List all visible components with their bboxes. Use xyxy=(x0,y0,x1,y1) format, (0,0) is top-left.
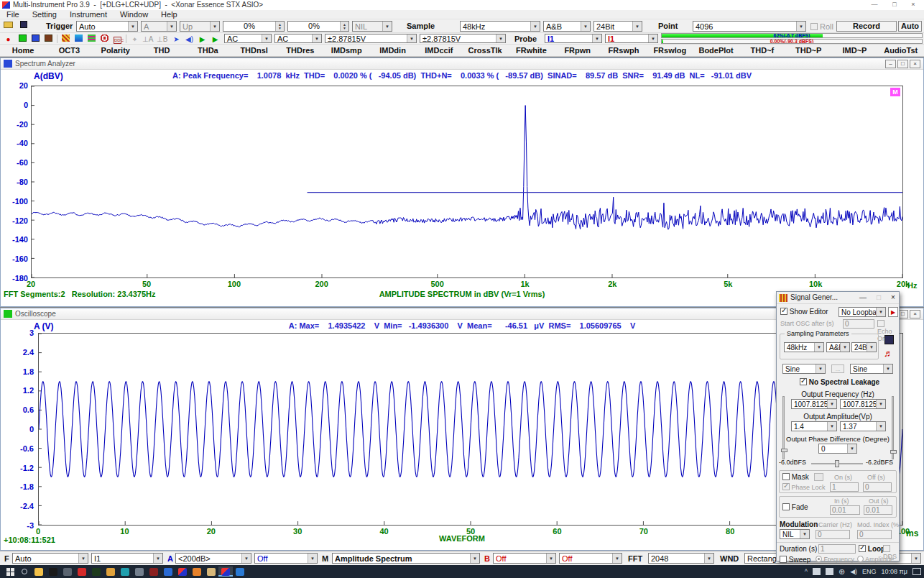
b-range-select[interactable]: Off▼ xyxy=(493,553,556,564)
menu-help[interactable]: Help xyxy=(154,10,184,19)
tab-thd-p[interactable]: THD~P xyxy=(785,45,831,56)
siggen-titlebar[interactable]: Signal Gener... — □ × xyxy=(777,292,899,304)
browser-icon[interactable] xyxy=(190,566,204,577)
tab-imdccif[interactable]: IMDccif xyxy=(416,45,462,56)
balance-slider[interactable] xyxy=(811,463,863,464)
trigger-level-spinner[interactable]: 0%▲▼ xyxy=(223,21,285,32)
tab-audiotst[interactable]: AudioTst xyxy=(878,45,924,56)
menu-setting[interactable]: Setting xyxy=(26,10,63,19)
fade-checkbox[interactable]: Fade xyxy=(782,503,808,511)
notification-center-icon[interactable] xyxy=(913,568,921,575)
run-a-icon[interactable]: ▶ xyxy=(197,35,208,44)
point-count-select[interactable]: 4096▼ xyxy=(693,21,806,32)
wave-b-select[interactable]: Sine▼ xyxy=(850,364,893,374)
tab-imd-p[interactable]: IMD~P xyxy=(831,45,877,56)
amp-a-select[interactable]: 1.4▼ xyxy=(791,421,837,431)
sample-rate-select[interactable]: 48kHz▼ xyxy=(460,21,540,32)
spectrum-minimize-button[interactable]: – xyxy=(885,60,896,68)
device-test-plan-icon[interactable] xyxy=(99,35,110,44)
sweep-checkbox[interactable]: Sweep xyxy=(780,556,810,564)
fft-size-select[interactable]: 2048▼ xyxy=(648,553,714,564)
calibrate-b-icon[interactable]: ⊥B xyxy=(157,35,167,44)
minimize-window-button[interactable]: — xyxy=(865,0,884,9)
red-app-icon[interactable] xyxy=(75,566,89,577)
blue-app-icon[interactable] xyxy=(161,566,175,577)
math-mode-select[interactable]: Amplitude Spectrum▼ xyxy=(332,553,480,564)
probe-select[interactable]: I1▼ xyxy=(91,553,163,564)
tab-imdsmp[interactable]: IMDsmp xyxy=(323,45,369,56)
phase-lock-on-field[interactable]: 1 xyxy=(830,482,859,492)
tray-shield-icon[interactable] xyxy=(826,568,833,575)
spectrum-analyzer-icon[interactable] xyxy=(30,35,41,44)
clock[interactable]: 10:08 πμ xyxy=(882,568,907,575)
siggen-bits-select[interactable]: 24Bit▼ xyxy=(851,342,877,352)
freq-a-select[interactable]: 1007.8125▼ xyxy=(791,399,837,409)
wave-editor-button[interactable]: ... xyxy=(831,364,844,373)
phase-lock-off-field[interactable]: 0 xyxy=(863,482,892,492)
trigger-source-select[interactable]: A▼ xyxy=(141,21,177,32)
remote-desktop-icon[interactable] xyxy=(132,566,147,577)
multi-instrument-icon[interactable] xyxy=(175,566,190,577)
mod-index-field[interactable]: 0 xyxy=(857,530,892,539)
tab-thdnsl[interactable]: THDnsl xyxy=(231,45,277,56)
no-spectral-leakage-checkbox[interactable]: No Spectral Leakage xyxy=(800,378,879,386)
signal-generator-icon[interactable] xyxy=(86,35,97,44)
tray-pen-icon[interactable] xyxy=(813,568,821,575)
sweep-amplitude-radio[interactable]: Amplitude xyxy=(857,556,894,563)
b-mode-select[interactable]: Off▼ xyxy=(559,553,622,564)
tab-crosstlk[interactable]: CrossTlk xyxy=(462,45,508,56)
loopback-select[interactable]: No Loopback▼ xyxy=(838,307,886,317)
teal-app-icon[interactable] xyxy=(118,566,132,577)
siggen-save-icon[interactable] xyxy=(884,335,894,344)
tab-frswlog[interactable]: FRswlog xyxy=(647,45,693,56)
spectrum-3d-icon[interactable] xyxy=(60,35,71,44)
speaker-icon[interactable]: ◀) xyxy=(184,35,195,44)
carrier-field[interactable]: 0 xyxy=(816,530,850,539)
freq-b-select[interactable]: 1007.8125▼ xyxy=(840,399,886,409)
phase-select[interactable]: 0▼ xyxy=(818,444,857,454)
oscilloscope-icon[interactable] xyxy=(17,35,28,44)
modulation-select[interactable]: NIL▼ xyxy=(780,529,810,539)
fgen-mode-select[interactable]: Auto▼ xyxy=(12,553,88,564)
calibrate-a-icon[interactable]: ⊥A xyxy=(142,35,153,44)
file-explorer-icon[interactable] xyxy=(32,566,46,577)
trigger-hpf-select[interactable]: NIL▼ xyxy=(352,21,392,32)
tan-app-icon[interactable] xyxy=(204,566,218,577)
tab-frpwn[interactable]: FRpwn xyxy=(555,45,601,56)
range-a-select[interactable]: ±2.87815V▼ xyxy=(325,34,417,43)
record-button[interactable]: Record xyxy=(836,21,897,32)
siggen-close-button[interactable]: × xyxy=(887,293,899,301)
start-osc-field[interactable]: 0 xyxy=(843,319,874,329)
roll-checkbox[interactable]: Roll xyxy=(810,22,833,31)
maximize-window-button[interactable]: □ xyxy=(885,0,904,9)
tray-chevron-icon[interactable]: ^ xyxy=(805,568,808,575)
tab-frwhite[interactable]: FRwhite xyxy=(508,45,554,56)
data-logger-icon[interactable] xyxy=(73,35,84,44)
open-file-icon[interactable] xyxy=(3,21,14,30)
menu-window[interactable]: Window xyxy=(114,10,154,19)
tab-polarity[interactable]: Polarity xyxy=(93,45,139,56)
spectrum-restore-button[interactable]: □ xyxy=(897,60,908,68)
duration-field[interactable]: 1 xyxy=(818,544,856,554)
tab-thda[interactable]: THDa xyxy=(185,45,231,56)
range-b-select[interactable]: ±2.87815V▼ xyxy=(420,34,506,43)
probe-b-select[interactable]: I1▼ xyxy=(605,34,658,43)
photos-app-icon[interactable] xyxy=(233,566,247,577)
close-window-button[interactable]: × xyxy=(904,0,923,9)
fade-in-field[interactable]: 0.01 xyxy=(830,505,860,515)
tab-thd[interactable]: THD xyxy=(139,45,185,56)
sample-bits-select[interactable]: 24Bit▼ xyxy=(593,21,642,32)
trigger-mode-select[interactable]: Auto▼ xyxy=(76,21,138,32)
level-b-slider[interactable] xyxy=(892,396,894,459)
show-editor-checkbox[interactable]: Show Editor xyxy=(780,308,828,316)
start-button[interactable] xyxy=(3,566,17,577)
coupling-b-select[interactable]: AC▼ xyxy=(274,34,322,43)
probe-a-select[interactable]: I1▼ xyxy=(545,34,602,43)
multi-instrument-active-icon[interactable] xyxy=(218,566,233,577)
amber-app-icon[interactable] xyxy=(103,566,118,577)
siggen-maximize-button[interactable]: □ xyxy=(873,293,884,301)
volume-icon[interactable]: ◀) xyxy=(850,568,857,575)
mask-browse-button[interactable] xyxy=(814,473,823,481)
trigger-slope-select[interactable]: Up▼ xyxy=(180,21,220,32)
mask-checkbox[interactable]: Mask xyxy=(782,473,809,481)
